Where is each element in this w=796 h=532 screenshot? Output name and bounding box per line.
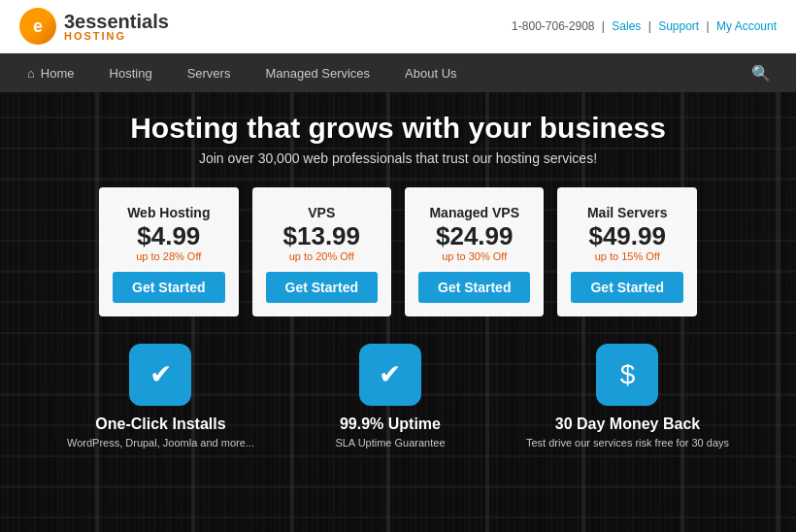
nav-managed-services[interactable]: Managed Services — [248, 53, 387, 92]
pricing-card-3: Mail Servers $49.99 up to 15% Off Get St… — [557, 187, 696, 316]
top-bar: e 3essentials HOSTING 1-800-706-2908 | S… — [0, 0, 796, 53]
pricing-card-1: VPS $13.99 up to 20% Off Get Started — [252, 187, 391, 316]
support-link[interactable]: Support — [658, 19, 699, 33]
navbar: ⌂ Home Hosting Servers Managed Services … — [0, 53, 796, 92]
home-icon: ⌂ — [27, 66, 35, 81]
contact-bar: 1-800-706-2908 | Sales | Support | My Ac… — [512, 19, 777, 33]
feature-desc-0: WordPress, Drupal, Joomla and more... — [67, 437, 254, 449]
hero-section: Hosting that grows with your business Jo… — [0, 92, 796, 532]
features-row: ✔ One-Click Installs WordPress, Drupal, … — [9, 344, 787, 449]
nav-home-label: Home — [41, 66, 75, 81]
phone-number: 1-800-706-2908 — [512, 19, 594, 33]
logo-icon: e — [19, 8, 56, 45]
feature-title-2: 30 Day Money Back — [555, 416, 700, 433]
feature-icon-1: ✔ — [359, 344, 421, 406]
nav-servers[interactable]: Servers — [170, 53, 249, 92]
search-icon[interactable]: 🔍 — [736, 53, 786, 92]
feature-desc-1: SLA Uptime Guarantee — [335, 437, 445, 449]
pricing-row: Web Hosting $4.99 up to 28% Off Get Star… — [70, 187, 726, 316]
feature-icon-0: ✔ — [129, 344, 191, 406]
card-price-3: $49.99 — [588, 222, 666, 250]
feature-title-0: One-Click Installs — [95, 416, 225, 433]
card-price-2: $24.99 — [436, 222, 514, 250]
card-title-2: Managed VPS — [429, 205, 519, 220]
card-discount-1: up to 20% Off — [289, 250, 354, 262]
feature-item-1: ✔ 99.9% Uptime SLA Uptime Guarantee — [313, 344, 468, 449]
card-title-0: Web Hosting — [127, 205, 210, 220]
card-btn-3[interactable]: Get Started — [571, 272, 682, 303]
feature-item-2: $ 30 Day Money Back Test drive our servi… — [526, 344, 729, 449]
card-btn-1[interactable]: Get Started — [266, 272, 378, 303]
card-title-3: Mail Servers — [587, 205, 668, 220]
card-btn-0[interactable]: Get Started — [113, 272, 224, 303]
card-discount-3: up to 15% Off — [595, 250, 660, 262]
hero-title: Hosting that grows with your business — [130, 112, 666, 145]
feature-desc-2: Test drive our services risk free for 30… — [526, 437, 729, 449]
my-account-link[interactable]: My Account — [716, 19, 777, 33]
feature-item-0: ✔ One-Click Installs WordPress, Drupal, … — [67, 344, 254, 449]
card-discount-2: up to 30% Off — [442, 250, 507, 262]
nav-hosting[interactable]: Hosting — [92, 53, 170, 92]
card-price-1: $13.99 — [283, 222, 361, 250]
logo-sub: HOSTING — [64, 31, 169, 42]
card-btn-2[interactable]: Get Started — [418, 272, 530, 303]
logo-text: 3essentials HOSTING — [64, 12, 169, 42]
logo-area: e 3essentials HOSTING — [19, 8, 169, 45]
sales-link[interactable]: Sales — [612, 19, 641, 33]
card-discount-0: up to 28% Off — [136, 250, 201, 262]
card-title-1: VPS — [308, 205, 335, 220]
nav-about-us[interactable]: About Us — [387, 53, 474, 92]
logo-name: 3essentials — [64, 12, 169, 31]
nav-home[interactable]: ⌂ Home — [10, 53, 92, 92]
feature-icon-2: $ — [596, 344, 658, 406]
card-price-0: $4.99 — [137, 222, 200, 250]
hero-subtitle: Join over 30,000 web professionals that … — [199, 150, 597, 166]
hero-content: Hosting that grows with your business Jo… — [0, 92, 796, 449]
feature-title-1: 99.9% Uptime — [340, 416, 441, 433]
pricing-card-0: Web Hosting $4.99 up to 28% Off Get Star… — [99, 187, 238, 316]
pricing-card-2: Managed VPS $24.99 up to 30% Off Get Sta… — [405, 187, 544, 316]
